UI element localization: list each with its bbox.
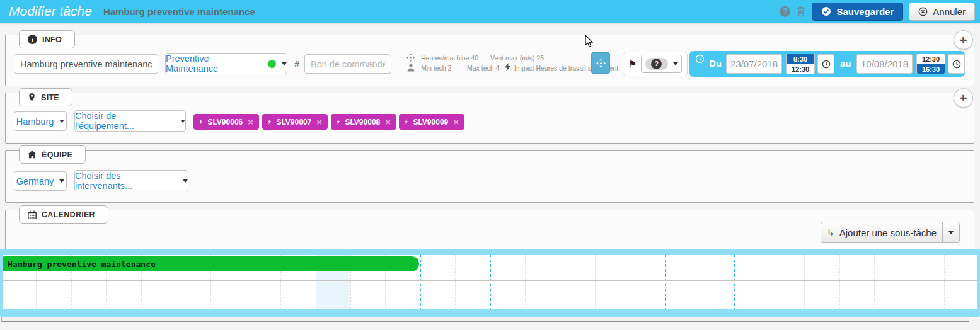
horizontal-scrollbar[interactable] xyxy=(1,317,969,322)
equipment-tag[interactable]: SLV90007 × xyxy=(262,114,328,130)
info-icon: i xyxy=(28,35,37,44)
gantt-task-bar-label: Hamburg preventive maintenance xyxy=(3,259,156,269)
save-button[interactable]: Sauvegarder xyxy=(812,3,903,21)
gantt-row-separator xyxy=(3,280,977,281)
header-actions: ? Sauvegarder Annuler xyxy=(780,0,975,23)
cancel-button-label: Annuler xyxy=(933,6,966,17)
gantt-rows: Hamburg preventive maintenance xyxy=(3,255,977,309)
tab-info: i INFO xyxy=(19,30,75,48)
day-gridline xyxy=(944,255,945,309)
lightning-icon xyxy=(505,63,510,72)
day-gridline xyxy=(630,255,630,309)
site-dropdown[interactable]: Hamburg xyxy=(14,111,67,131)
add-subtask-menu-button[interactable] xyxy=(942,222,959,242)
add-subtask-button[interactable]: ↳ Ajouter une sous-tâche xyxy=(821,222,942,242)
chevron-down-icon xyxy=(180,120,185,123)
modify-task-window: Modifier tâche Hamburg preventive mainte… xyxy=(0,0,980,330)
tab-info-label: INFO xyxy=(42,35,62,44)
remove-tag-icon[interactable]: × xyxy=(316,117,322,127)
equipment-dropdown-label: Choisir de l'équipement... xyxy=(75,111,175,131)
to-start-time[interactable]: 12:30 xyxy=(917,54,945,64)
help-icon[interactable]: ? xyxy=(780,6,790,17)
task-type-dropdown[interactable]: Preventive Maintenance xyxy=(165,53,287,74)
equipment-tag-label: SLV90007 xyxy=(276,118,311,127)
lightning-icon xyxy=(199,118,202,126)
equipment-tag-label: SLV90006 xyxy=(207,118,243,127)
weekend-gridline xyxy=(420,255,421,309)
chevron-down-icon xyxy=(183,179,188,183)
day-gridline xyxy=(525,255,526,309)
to-end-time[interactable]: 16:30 xyxy=(917,64,945,74)
from-time-picker-button[interactable] xyxy=(817,54,834,74)
cancel-button[interactable]: Annuler xyxy=(909,3,975,21)
lightning-icon xyxy=(337,118,340,126)
clock-icon xyxy=(695,54,705,64)
site-add-button[interactable]: + xyxy=(954,88,973,108)
chevron-down-icon xyxy=(948,231,954,234)
chevron-down-icon xyxy=(59,179,64,183)
order-number-input[interactable] xyxy=(304,54,391,74)
equipment-tag-label: SLV90009 xyxy=(413,118,448,127)
info-add-button[interactable]: + xyxy=(954,30,973,50)
lightning-icon xyxy=(405,118,408,126)
site-dropdown-label: Hamburg xyxy=(16,117,54,127)
equipment-tag[interactable]: SLV90008 × xyxy=(331,114,396,130)
weekend-gridline xyxy=(734,255,735,309)
status-dot-icon xyxy=(268,60,276,68)
priority-pill: ? xyxy=(645,58,668,70)
day-gridline xyxy=(839,255,840,309)
to-date-input[interactable] xyxy=(856,54,913,74)
chevron-down-icon xyxy=(282,62,287,65)
cancel-circle-icon xyxy=(918,7,928,16)
hours-machine-label: Heures/machine 40 xyxy=(421,54,478,62)
person-icon xyxy=(407,64,415,73)
from-time-stack: 8:30 12:30 xyxy=(786,54,815,74)
save-button-label: Sauvegarder xyxy=(836,6,894,17)
tab-site-label: SITE xyxy=(41,93,59,102)
task-name-heading: Hamburg preventive maintenance xyxy=(103,6,255,17)
equipment-tag[interactable]: SLV90009 × xyxy=(399,114,464,130)
team-dropdown[interactable]: Germany xyxy=(14,171,67,191)
equipment-dropdown[interactable]: Choisir de l'équipement... xyxy=(74,110,186,132)
task-type-label: Preventive Maintenance xyxy=(166,54,262,74)
from-start-time[interactable]: 8:30 xyxy=(787,54,814,64)
tab-equipe-label: ÉQUIPE xyxy=(42,151,72,159)
from-date-input[interactable] xyxy=(726,54,782,74)
day-gridline xyxy=(455,255,456,309)
wind-max-label: Vent max (m/s) 25 xyxy=(490,54,544,62)
home-icon xyxy=(28,151,37,159)
remove-tag-icon[interactable]: × xyxy=(453,117,459,127)
priority-dropdown[interactable]: ? xyxy=(641,55,682,73)
from-label: Du xyxy=(709,58,722,69)
flag-icon: ⚑ xyxy=(628,59,637,70)
task-name-input[interactable] xyxy=(14,54,158,74)
page-title: Modifier tâche xyxy=(9,4,92,19)
equipment-tag[interactable]: SLV90006 × xyxy=(193,114,259,130)
crosshair-icon xyxy=(406,54,415,63)
day-gridline xyxy=(700,255,700,309)
team-dropdown-label: Germany xyxy=(16,176,54,186)
subtask-arrow-icon: ↳ xyxy=(827,227,834,237)
day-gridline xyxy=(770,255,770,309)
day-gridline xyxy=(804,255,805,309)
to-time-stack: 12:30 16:30 xyxy=(916,54,945,74)
remove-tag-icon[interactable]: × xyxy=(385,117,391,127)
day-gridline xyxy=(560,255,560,309)
crosshair-button[interactable] xyxy=(591,52,610,74)
day-gridline xyxy=(595,255,596,309)
chevron-down-icon xyxy=(59,120,64,123)
add-subtask-split-button: ↳ Ajouter une sous-tâche xyxy=(821,222,960,243)
gantt-task-bar[interactable]: Hamburg preventive maintenance xyxy=(3,256,419,271)
lightning-icon xyxy=(268,118,271,126)
min-tech-label: Min tech 2 xyxy=(421,64,451,72)
max-tech-label: Max tech 4 xyxy=(467,64,499,72)
to-label: au xyxy=(840,58,851,69)
remove-tag-icon[interactable]: × xyxy=(248,117,253,127)
to-time-picker-button[interactable] xyxy=(948,54,965,74)
tab-calendrier-label: CALENDRIER xyxy=(42,210,95,219)
from-end-time[interactable]: 12:30 xyxy=(787,64,814,74)
trash-icon[interactable] xyxy=(796,6,806,17)
priority-unknown-badge: ? xyxy=(651,59,662,69)
header-bar: Modifier tâche Hamburg preventive mainte… xyxy=(0,0,980,23)
members-dropdown[interactable]: Choisir des intervenants... xyxy=(74,170,188,191)
